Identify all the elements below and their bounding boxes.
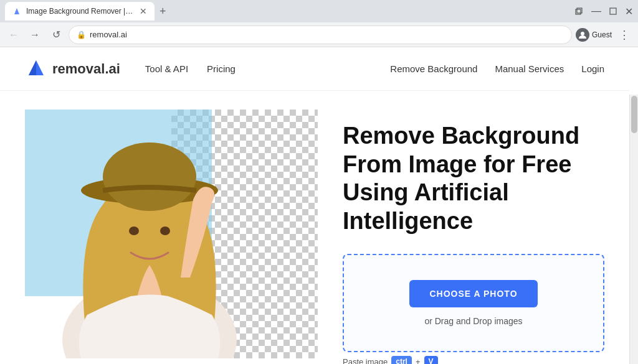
svg-rect-1: [577, 8, 582, 13]
browser-chrome: Image Background Remover | Re... ✕ + — ✕…: [0, 0, 638, 47]
hero-section: Remove Background From Image for Free Us…: [0, 91, 629, 364]
browser-menu-button[interactable]: ⋮: [616, 26, 633, 44]
plus-sign: +: [416, 357, 421, 364]
browser-titlebar: Image Background Remover | Re... ✕ + — ✕: [0, 0, 638, 22]
address-bar[interactable]: 🔒 removal.ai: [69, 26, 572, 44]
hero-title: Remove Background From Image for Free Us…: [343, 122, 604, 235]
svg-point-11: [160, 226, 170, 235]
nav-pricing[interactable]: Pricing: [207, 63, 236, 74]
profile-label: Guest: [592, 30, 612, 39]
forward-button[interactable]: →: [26, 26, 44, 44]
logo[interactable]: removal.ai: [25, 58, 120, 80]
hero-content: Remove Background From Image for Free Us…: [343, 110, 604, 364]
refresh-button[interactable]: ↺: [47, 26, 65, 44]
minimize-button[interactable]: —: [591, 6, 601, 17]
site-wrapper: removal.ai Tool & API Pricing Remove Bac…: [0, 47, 629, 364]
nav-manual-services[interactable]: Manual Services: [495, 63, 564, 74]
drag-drop-text: or Drag and Drop images: [424, 316, 522, 326]
scrollbar-thumb[interactable]: [631, 96, 637, 133]
close-button[interactable]: ✕: [625, 6, 633, 17]
paste-label: Paste image: [343, 357, 388, 364]
hero-image: [25, 110, 318, 358]
nav-tool-api[interactable]: Tool & API: [145, 63, 188, 74]
new-tab-button[interactable]: +: [160, 6, 166, 17]
logo-text: removal.ai: [52, 61, 120, 77]
tab-favicon: [12, 7, 21, 16]
svg-point-3: [581, 32, 584, 35]
svg-rect-2: [610, 8, 616, 14]
scrollbar[interactable]: [629, 95, 638, 364]
back-button[interactable]: ←: [5, 26, 22, 44]
choose-photo-button[interactable]: CHOOSE A PHOTO: [409, 280, 537, 307]
ctrl-key: ctrl: [391, 356, 412, 364]
svg-rect-0: [576, 9, 581, 14]
hero-person-image: [25, 110, 318, 358]
maximize-button[interactable]: [609, 7, 617, 16]
window-controls: — ✕: [574, 6, 633, 17]
browser-tab[interactable]: Image Background Remover | Re... ✕: [5, 2, 155, 21]
site-nav: removal.ai Tool & API Pricing Remove Bac…: [0, 47, 629, 91]
url-text: removal.ai: [90, 30, 564, 39]
tab-close-button[interactable]: ✕: [140, 6, 147, 16]
nav-links: Tool & API Pricing: [145, 63, 236, 74]
nav-login[interactable]: Login: [581, 63, 604, 74]
profile-button[interactable]: Guest: [576, 28, 612, 42]
tab-title: Image Background Remover | Re...: [26, 7, 135, 16]
profile-avatar: [576, 28, 589, 42]
browser-toolbar: ← → ↺ 🔒 removal.ai Guest ⋮: [0, 22, 638, 47]
paste-area: Paste image ctrl + V: [343, 356, 604, 364]
restore-icon: [574, 6, 584, 16]
lock-icon: 🔒: [77, 30, 86, 39]
upload-zone[interactable]: CHOOSE A PHOTO or Drag and Drop images: [343, 254, 604, 352]
v-key: V: [424, 356, 438, 364]
svg-point-9: [103, 142, 196, 211]
logo-icon: [25, 58, 47, 80]
nav-remove-background[interactable]: Remove Background: [390, 63, 477, 74]
svg-point-10: [129, 226, 139, 235]
nav-right: Remove Background Manual Services Login: [390, 63, 604, 74]
